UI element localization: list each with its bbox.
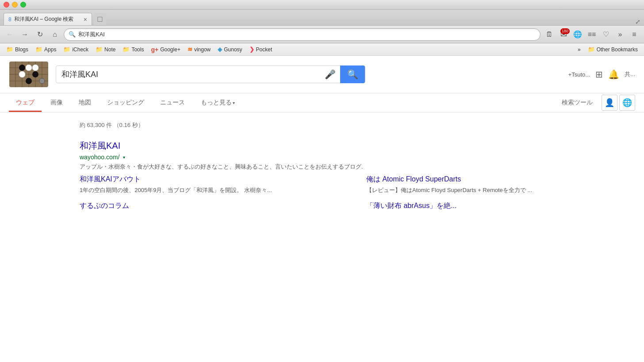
nav-tab-shopping[interactable]: ショッピング	[100, 93, 151, 112]
search-icon: 🔍	[69, 31, 76, 38]
apps-grid-icon[interactable]: ⊞	[595, 69, 603, 80]
google-logo[interactable]	[9, 61, 49, 88]
back-button[interactable]: ←	[4, 28, 16, 41]
title-bar	[0, 0, 644, 10]
result-title-link[interactable]: 和洋風KAI	[80, 140, 635, 152]
folder-icon: 📁	[96, 46, 103, 53]
nav-tab-images-label: 画像	[50, 99, 63, 106]
bookmark-label: Pocket	[256, 46, 272, 53]
address-bar[interactable]: 🔍	[64, 28, 540, 41]
result-count: 約 63,300 件 （0.16 秒）	[80, 121, 635, 129]
pocket-icon[interactable]: ♡	[600, 28, 612, 41]
toolbar: ← → ↻ ⌂ 🔍 🗓 ✉ 180 🌐 ≡≡ ♡ » ≡	[0, 26, 644, 43]
notifications-bell-icon[interactable]: 🔔	[608, 69, 619, 80]
home-button[interactable]: ⌂	[49, 28, 61, 41]
bookmark-label: Tools	[131, 46, 144, 53]
svg-point-14	[32, 65, 38, 71]
sub-result-title-2[interactable]: 俺は Atomic Floyd SuperDarts	[366, 175, 635, 184]
window-resize-button[interactable]: ⤢	[635, 18, 640, 25]
pocket-icon: ❯	[249, 46, 254, 53]
sub-results-row2: するぷのコラム 「薄い財布 abrAsus」を絶...	[80, 201, 635, 212]
svg-point-11	[26, 78, 32, 84]
bookmark-tools[interactable]: 📁 Tools	[120, 45, 146, 54]
svg-point-9	[19, 65, 25, 71]
bookmarks-bar: 📁 Blogs 📁 Apps 📁 iCheck 📁 Note 📁 Tools g…	[0, 43, 644, 56]
nav-tab-web[interactable]: ウェブ	[9, 93, 42, 112]
bookmark-label: iCheck	[72, 46, 88, 53]
bookmark-apps[interactable]: 📁 Apps	[33, 45, 59, 54]
nav-tab-tools-label: 検索ツール	[562, 99, 593, 106]
more-icon: »	[578, 46, 581, 53]
google-plus-icon: g+	[151, 46, 158, 53]
nav-tab-shopping-label: ショッピング	[107, 99, 144, 106]
bookmark-gunosy[interactable]: ◈ Gunosy	[215, 45, 245, 54]
bookmark-note[interactable]: 📁 Note	[93, 45, 118, 54]
toolbar-icons: 🗓 ✉ 180 🌐 ≡≡ ♡ » ≡	[543, 28, 640, 41]
reload-icon: ↻	[37, 30, 43, 39]
svg-point-13	[19, 71, 25, 77]
sub-result-title-3[interactable]: するぷのコラム	[80, 201, 349, 211]
gmail-badge-count: 180	[560, 28, 570, 34]
bookmark-label: Gunosy	[224, 46, 242, 53]
bookmark-other[interactable]: 📁 Other Bookmarks	[585, 45, 640, 54]
nav-tab-tools[interactable]: 検索ツール	[555, 93, 600, 112]
folder-icon: 📁	[63, 46, 70, 53]
bookmark-icheck[interactable]: 📁 iCheck	[61, 45, 91, 54]
gmail-icon[interactable]: ✉ 180	[557, 28, 570, 41]
google-search-bar[interactable]: 🎤 🔍	[56, 65, 365, 83]
search-results: 約 63,300 件 （0.16 秒） 和洋風KAI wayohoo.com/ …	[0, 112, 644, 235]
bookmark-label: vingow	[194, 46, 211, 53]
nav-tab-more[interactable]: もっと見る ▾	[194, 93, 242, 112]
sub-results: 和洋風KAIアバウト 1年の空白期間の後、2005年9月、当ブログ「和洋風」を開…	[80, 175, 635, 195]
more-extensions-button[interactable]: »	[614, 28, 626, 41]
minimize-window-button[interactable]	[12, 2, 18, 8]
folder-icon: 📁	[35, 46, 42, 53]
translate-icon[interactable]: 🌐	[571, 28, 584, 41]
globe-icon: 🌐	[622, 98, 632, 108]
vingow-icon: ≋	[188, 46, 192, 53]
nav-tab-news[interactable]: ニュース	[153, 93, 192, 112]
sub-result-title-1[interactable]: 和洋風KAIアバウト	[80, 175, 349, 184]
svg-point-12	[26, 65, 32, 71]
bookmark-label: Apps	[44, 46, 56, 53]
google-header: 🎤 🔍 +Tsuto... ⊞ 🔔 共...	[0, 56, 644, 93]
new-tab-button[interactable]: □	[94, 13, 106, 25]
stack-icon[interactable]: ≡≡	[586, 28, 598, 41]
forward-icon: →	[21, 31, 28, 39]
extensions-icon-1[interactable]: 🗓	[543, 28, 556, 41]
new-tab-icon: □	[98, 15, 103, 24]
region-selector[interactable]: 🌐	[619, 95, 635, 111]
result-url-dropdown-icon[interactable]: ▾	[123, 155, 125, 160]
reload-button[interactable]: ↻	[34, 28, 46, 41]
home-icon: ⌂	[53, 31, 57, 39]
address-input[interactable]	[78, 31, 536, 38]
svg-point-15	[39, 78, 45, 84]
bookmarks-more-button[interactable]: »	[575, 46, 583, 54]
bookmark-googleplus[interactable]: g+ Google+	[148, 45, 183, 54]
sub-result-desc-2: 【レビュー】俺はAtomic Floyd SuperDarts + Remote…	[366, 186, 635, 195]
bookmark-pocket[interactable]: ❯ Pocket	[247, 45, 275, 54]
sub-result-title-4[interactable]: 「薄い財布 abrAsus」を絶...	[366, 201, 635, 211]
user-name[interactable]: +Tsuto...	[568, 71, 590, 78]
signed-in-indicator[interactable]: 👤	[602, 95, 617, 111]
microphone-icon[interactable]: 🎤	[320, 69, 340, 80]
forward-button[interactable]: →	[19, 28, 31, 41]
google-search-input[interactable]	[56, 70, 320, 79]
nav-tab-maps[interactable]: 地図	[72, 93, 98, 112]
google-search-button[interactable]: 🔍	[340, 65, 365, 83]
bookmark-blogs[interactable]: 📁 Blogs	[4, 45, 31, 54]
chrome-menu-button[interactable]: ≡	[628, 28, 640, 41]
google-logo-svg	[9, 61, 49, 88]
active-tab[interactable]: 8 和洋風KAI – Google 検索 ×	[4, 13, 92, 25]
folder-icon: 📁	[6, 46, 13, 53]
tab-close-button[interactable]: ×	[84, 16, 87, 23]
bookmark-vingow[interactable]: ≋ vingow	[185, 45, 213, 54]
maximize-window-button[interactable]	[20, 2, 26, 8]
result-description: アップル・水樹奈々・食が大好きな、するぷの好きなこと、興味あること、言いたいこと…	[80, 162, 635, 171]
close-window-button[interactable]	[4, 2, 9, 8]
nav-tab-images[interactable]: 画像	[43, 93, 70, 112]
tab-favicon: 8	[8, 16, 12, 23]
result-url: wayohoo.com/	[80, 154, 119, 161]
dropdown-arrow-icon: ▾	[233, 100, 235, 105]
sub-result-item: 和洋風KAIアバウト 1年の空白期間の後、2005年9月、当ブログ「和洋風」を開…	[80, 175, 349, 195]
